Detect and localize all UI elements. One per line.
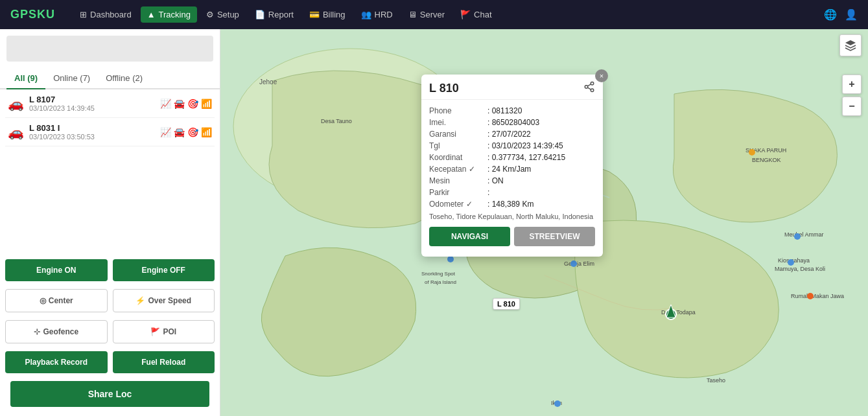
fuel-button[interactable]: Fuel Reload [113, 351, 215, 373]
svg-text:Rumah Makan Jawa: Rumah Makan Jawa [791, 293, 844, 299]
vehicle-icon: 🚗 [8, 124, 24, 140]
popup-address: Toseho, Tidore Kepulauan, North Maluku, … [429, 210, 595, 224]
nav-chat[interactable]: 🚩 Chat [454, 6, 498, 23]
tracking-icon: ▲ [147, 10, 156, 19]
engine-off-button[interactable]: Engine OFF [113, 259, 215, 281]
map-container[interactable]: Jehoe Desa Tauno Puncak Woda Snorkling S… [220, 29, 868, 416]
nav-server[interactable]: 🖥 Server [402, 6, 451, 23]
parkir-value: : [487, 188, 489, 197]
logo[interactable]: GPSKU [10, 8, 55, 21]
popup-row-phone: Phone : 0811320 [429, 105, 595, 117]
mesin-value: : ON [487, 176, 504, 185]
poi-icon: 🚩 [150, 327, 160, 336]
user-icon[interactable]: 👤 [845, 8, 858, 21]
svg-point-27 [807, 293, 814, 299]
header-right: 🌐 👤 [824, 8, 858, 21]
map-marker-label: L 810 [493, 298, 520, 310]
nav-report[interactable]: 📄 Report [248, 6, 300, 23]
engine-on-button[interactable]: Engine ON [5, 259, 108, 281]
svg-text:Snorkling Spot: Snorkling Spot [421, 271, 456, 277]
nav-dashboard-label: Dashboard [90, 10, 132, 19]
svg-line-38 [587, 84, 591, 86]
popup-buttons: NAVIGASI STREETVIEW [429, 224, 595, 251]
geofence-button[interactable]: ⊹ Geofence [5, 320, 108, 343]
vehicle-info: L 8031 I 03/10/2023 03:50:53 [29, 123, 155, 141]
playback-button[interactable]: Playback Record [5, 351, 108, 373]
wifi-icon[interactable]: 📶 [201, 127, 212, 137]
svg-text:Desa Tauno: Desa Tauno [321, 118, 352, 124]
svg-point-36 [591, 89, 594, 92]
sidebar: All (9) Online (7) Offline (2) 🚗 L 8107 … [0, 29, 220, 416]
mesin-label: Mesin [429, 176, 487, 185]
vehicle-info: L 8107 03/10/2023 14:39:45 [29, 95, 155, 112]
nav-billing[interactable]: 💳 Billing [303, 6, 352, 23]
main-content: All (9) Online (7) Offline (2) 🚗 L 8107 … [0, 29, 868, 416]
zoom-out-button[interactable]: − [842, 97, 862, 116]
header: GPSKU ⊞ Dashboard ▲ Tracking ⚙ Setup 📄 R… [0, 0, 868, 29]
svg-point-23 [570, 260, 577, 267]
map-layer-button[interactable] [839, 34, 862, 56]
zoom-in-button[interactable]: + [842, 75, 862, 94]
garansi-value: : 27/07/2022 [487, 130, 531, 139]
list-item[interactable]: 🚗 L 8031 I 03/10/2023 03:50:53 📈 🚘 🎯 📶 [5, 118, 215, 146]
koordinat-value: : 0.377734, 127.64215 [487, 153, 565, 162]
navigasi-button[interactable]: NAVIGASI [429, 227, 510, 246]
geofence-icon: ⊹ [34, 327, 40, 336]
nav-bar: ⊞ Dashboard ▲ Tracking ⚙ Setup 📄 Report … [73, 6, 811, 23]
nav-tracking[interactable]: ▲ Tracking [141, 6, 197, 23]
center-icon: ◎ [40, 296, 46, 305]
car-icon[interactable]: 🚘 [174, 127, 185, 137]
translate-icon[interactable]: 🌐 [824, 8, 837, 21]
tab-offline[interactable]: Offline (2) [98, 68, 150, 89]
nav-hrd[interactable]: 👥 HRD [355, 6, 399, 23]
parkir-label: Parkir [429, 188, 487, 197]
svg-point-28 [554, 400, 561, 407]
search-box[interactable] [6, 36, 213, 62]
share-loc-button[interactable]: Share Loc [10, 381, 209, 407]
svg-text:Jehoe: Jehoe [259, 78, 277, 86]
popup-row-tgl: Tgl : 03/10/2023 14:39:45 [429, 140, 595, 152]
koordinat-label: Koordinat [429, 153, 487, 162]
car-icon[interactable]: 🚘 [174, 98, 185, 109]
target-icon[interactable]: 🎯 [187, 127, 198, 137]
nav-setup[interactable]: ⚙ Setup [200, 6, 246, 23]
poi-button[interactable]: 🚩 POI [113, 320, 215, 343]
center-button[interactable]: ◎ Center [5, 289, 108, 312]
layers-icon [844, 39, 857, 52]
popup-row-mesin: Mesin : ON [429, 175, 595, 187]
svg-text:Mamuya, Desa Koli: Mamuya, Desa Koli [775, 266, 825, 272]
trend-icon[interactable]: 📈 [160, 98, 171, 109]
popup-share-button[interactable] [583, 81, 595, 95]
tgl-label: Tgl [429, 141, 487, 150]
vehicle-actions: 📈 🚘 🎯 📶 [160, 127, 212, 137]
svg-point-24 [749, 149, 755, 156]
svg-text:Gereja Elim: Gereja Elim [564, 260, 594, 267]
phone-value: : 0811320 [487, 106, 522, 115]
popup-body: Phone : 0811320 Imei. : 86502804003 Gara… [421, 100, 603, 257]
btn-row-engine: Engine ON Engine OFF [0, 255, 220, 285]
over-speed-button[interactable]: ⚡ Over Speed [113, 289, 215, 312]
vehicle-name: L 8107 [29, 95, 155, 104]
nav-hrd-label: HRD [375, 10, 393, 19]
hrd-icon: 👥 [361, 10, 371, 19]
svg-point-22 [447, 256, 454, 262]
target-icon[interactable]: 🎯 [187, 98, 198, 109]
nav-dashboard[interactable]: ⊞ Dashboard [73, 6, 138, 23]
tab-all[interactable]: All (9) [6, 68, 45, 89]
trend-icon[interactable]: 📈 [160, 127, 171, 137]
popup-row-kecepatan: Kecepatan ✓ : 24 Km/Jam [429, 163, 595, 175]
map-zoom-controls: + − [842, 75, 862, 116]
nav-report-label: Report [268, 10, 294, 19]
streetview-button[interactable]: STREETVIEW [514, 227, 595, 246]
tgl-value: : 03/10/2023 14:39:45 [487, 141, 563, 150]
popup-close-button[interactable]: × [595, 69, 608, 82]
list-item[interactable]: 🚗 L 8107 03/10/2023 14:39:45 📈 🚘 🎯 📶 [5, 89, 215, 118]
svg-text:Meubel Ammar: Meubel Ammar [784, 231, 824, 238]
wifi-icon[interactable]: 📶 [201, 98, 212, 109]
nav-tracking-label: Tracking [159, 10, 191, 19]
vehicle-icon: 🚗 [8, 96, 24, 111]
garansi-label: Garansi [429, 130, 487, 139]
vehicle-name: L 8031 I [29, 123, 155, 133]
tab-online[interactable]: Online (7) [45, 68, 98, 89]
popup-row-imei: Imei. : 86502804003 [429, 117, 595, 128]
